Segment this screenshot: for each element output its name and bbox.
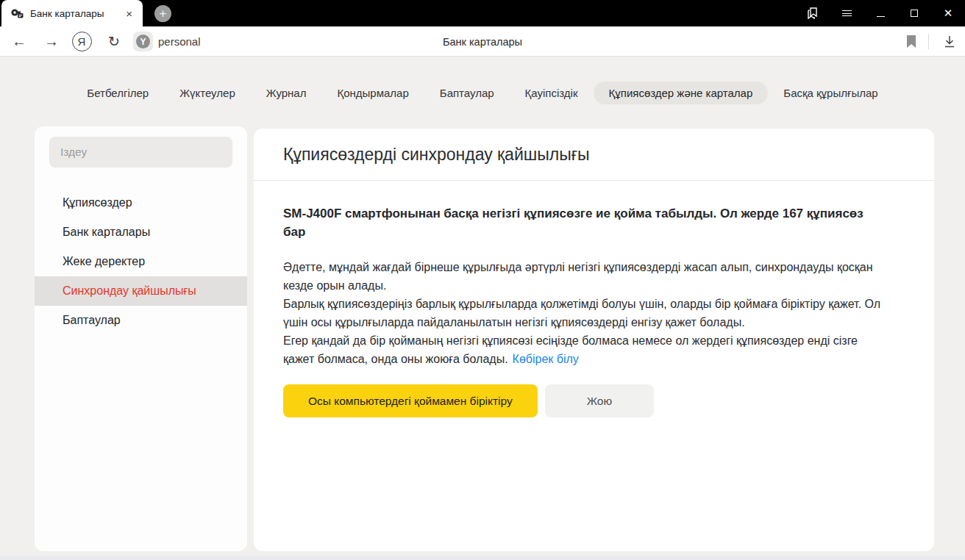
- nav-item-other-devices[interactable]: Басқа құрылғылар: [768, 82, 893, 104]
- window-close-button[interactable]: ✕: [931, 0, 965, 26]
- address-bar-label[interactable]: personal: [158, 26, 201, 57]
- learn-more-link[interactable]: Көбірек білу: [513, 353, 579, 365]
- window-bottom-edge: [0, 556, 965, 560]
- refresh-icon[interactable]: ↻: [102, 26, 127, 57]
- description-paragraph-1: Әдетте, мұндай жағдай бірнеше құрылғыда …: [283, 258, 883, 295]
- sidebar-item-bank-cards[interactable]: Банк карталары: [35, 218, 247, 247]
- sidebar-item-settings[interactable]: Баптаулар: [35, 306, 247, 335]
- tab-title: Банк карталары: [30, 8, 123, 19]
- forward-icon[interactable]: →: [38, 26, 65, 57]
- bookmark-icon[interactable]: [899, 26, 924, 57]
- conflict-alert-title: SM-J400F смартфонынан басқа негізгі құпи…: [283, 204, 883, 241]
- sidebar: Құпиясөздер Банк карталары Жеке деректер…: [35, 126, 247, 551]
- main-panel: Құпиясөздерді синхрондау қайшылығы SM-J4…: [254, 129, 934, 551]
- download-icon[interactable]: [937, 26, 962, 57]
- minimize-button[interactable]: [863, 0, 897, 26]
- search-input[interactable]: [49, 137, 232, 168]
- nav-item-passwords-cards[interactable]: Құпиясөздер және карталар: [594, 82, 769, 104]
- maximize-button[interactable]: [897, 0, 931, 26]
- merge-vault-button[interactable]: Осы компьютердегі қоймамен біріктіру: [283, 384, 538, 417]
- sidebar-item-sync-conflict[interactable]: Синхрондау қайшылығы: [35, 276, 247, 306]
- nav-item-downloads[interactable]: Жүктеулер: [164, 82, 251, 104]
- new-tab-button[interactable]: +: [154, 5, 171, 22]
- toolbar-divider: [928, 34, 929, 49]
- nav-item-settings[interactable]: Баптаулар: [424, 82, 510, 104]
- description-paragraph-2: Барлық құпиясөздеріңіз барлық құрылғылар…: [283, 295, 883, 331]
- protect-badge-icon[interactable]: Y: [133, 32, 153, 51]
- back-icon[interactable]: ←: [6, 26, 32, 57]
- nav-item-extensions[interactable]: Қондырмалар: [321, 82, 424, 104]
- nav-item-history[interactable]: Журнал: [251, 82, 322, 104]
- menu-icon[interactable]: [830, 0, 863, 26]
- description-paragraph-3: Егер қандай да бір қойманың негізгі құпи…: [283, 331, 883, 368]
- conflict-description: Әдетте, мұндай жағдай бірнеше құрылғыда …: [283, 258, 883, 368]
- sidebar-item-passwords[interactable]: Құпиясөздер: [35, 188, 247, 218]
- side-panels-icon[interactable]: [796, 0, 830, 26]
- delete-vault-button[interactable]: Жою: [545, 384, 654, 417]
- page-title: Құпиясөздерді синхрондау қайшылығы: [254, 129, 934, 165]
- nav-item-security[interactable]: Қауіпсіздік: [510, 82, 594, 104]
- settings-nav: Бетбелгілер Жүктеулер Журнал Қондырмалар…: [0, 78, 965, 107]
- yandex-logo-icon[interactable]: Я: [69, 26, 94, 57]
- browser-tab[interactable]: Банк карталары ×: [1, 0, 143, 26]
- titlebar: Банк карталары × + ✕: [0, 0, 965, 26]
- browser-toolbar: Банк карталары ← → Я ↻ Y personal: [0, 26, 965, 57]
- password-manager-key-icon: [11, 8, 24, 19]
- sidebar-item-personal-data[interactable]: Жеке деректер: [35, 247, 247, 276]
- nav-item-bookmarks[interactable]: Бетбелгілер: [71, 82, 164, 104]
- tab-close-icon[interactable]: ×: [123, 7, 135, 21]
